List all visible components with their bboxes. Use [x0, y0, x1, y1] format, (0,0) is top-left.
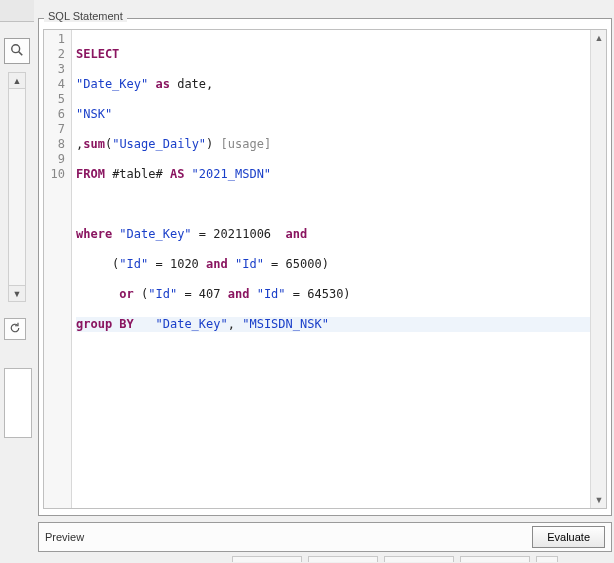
code-token: group — [76, 317, 112, 331]
left-secondary-box — [4, 368, 32, 438]
gutter-line: 4 — [44, 77, 71, 92]
scroll-up-icon[interactable]: ▲ — [9, 73, 25, 89]
bottom-button-row — [232, 556, 558, 562]
gutter-line: 6 — [44, 107, 71, 122]
code-token: ( — [134, 287, 148, 301]
code-token: "Date_Key" — [76, 77, 148, 91]
gutter-line: 10 — [44, 167, 71, 182]
code-token: #table# — [105, 167, 170, 181]
code-token: "NSK" — [76, 107, 112, 121]
bottom-button[interactable] — [384, 556, 454, 562]
code-token: ( — [76, 257, 119, 271]
code-token: date, — [170, 77, 213, 91]
sql-statement-panel: 1 2 3 4 5 6 7 8 9 10 SELECT "Date_Key" a… — [38, 18, 612, 516]
scroll-down-icon[interactable]: ▼ — [591, 492, 607, 508]
gutter-line: 8 — [44, 137, 71, 152]
bottom-button[interactable] — [460, 556, 530, 562]
code-token: "Id" — [148, 287, 177, 301]
code-token: and — [206, 257, 228, 271]
code-token: = 65000) — [264, 257, 329, 271]
left-header-strip — [0, 0, 34, 22]
scroll-down-icon[interactable]: ▼ — [9, 285, 25, 301]
evaluate-button[interactable]: Evaluate — [532, 526, 605, 548]
refresh-button[interactable] — [4, 318, 26, 340]
refresh-icon — [9, 322, 21, 337]
scroll-up-icon[interactable]: ▲ — [591, 30, 607, 46]
panel-title: SQL Statement — [44, 10, 127, 22]
code-token: BY — [112, 317, 134, 331]
code-area[interactable]: SELECT "Date_Key" as date, "NSK" ,sum("U… — [76, 32, 604, 362]
bottom-button[interactable] — [232, 556, 302, 562]
gutter-line: 3 — [44, 62, 71, 77]
code-token: or — [119, 287, 133, 301]
code-token: "Date_Key" — [156, 317, 228, 331]
code-token: "Usage_Daily" — [112, 137, 206, 151]
gutter-line: 2 — [44, 47, 71, 62]
code-token — [134, 317, 156, 331]
code-token: AS — [170, 167, 184, 181]
code-token: and — [228, 287, 250, 301]
svg-point-0 — [12, 44, 20, 52]
gutter-line: 1 — [44, 32, 71, 47]
svg-line-1 — [19, 51, 23, 55]
code-token: FROM — [76, 167, 105, 181]
code-token: , — [228, 317, 242, 331]
sql-editor[interactable]: 1 2 3 4 5 6 7 8 9 10 SELECT "Date_Key" a… — [43, 29, 607, 509]
code-token: "Id" — [228, 257, 264, 271]
code-token: "2021_MSDN" — [184, 167, 271, 181]
search-button[interactable] — [4, 38, 30, 64]
code-token: "Id" — [249, 287, 285, 301]
line-gutter: 1 2 3 4 5 6 7 8 9 10 — [44, 30, 72, 508]
code-token: = 407 — [177, 287, 228, 301]
code-token: "MSISDN_NSK" — [242, 317, 329, 331]
code-token: where — [76, 227, 112, 241]
editor-scrollbar[interactable]: ▲ ▼ — [590, 30, 606, 508]
evaluate-button-label: Evaluate — [547, 531, 590, 543]
code-token: = 64530) — [286, 287, 351, 301]
gutter-line: 5 — [44, 92, 71, 107]
code-token: = 20211006 — [192, 227, 286, 241]
code-token: "Date_Key" — [112, 227, 191, 241]
code-token: and — [286, 227, 308, 241]
left-scrollbar[interactable]: ▲ ▼ — [8, 72, 26, 302]
code-token — [76, 287, 119, 301]
bottom-button[interactable] — [308, 556, 378, 562]
gutter-line: 7 — [44, 122, 71, 137]
code-token: [usage] — [221, 137, 272, 151]
left-panel: ▲ ▼ — [0, 0, 34, 563]
code-token: SELECT — [76, 47, 119, 61]
code-token: = 1020 — [148, 257, 206, 271]
gutter-line: 9 — [44, 152, 71, 167]
code-token: as — [155, 77, 169, 91]
code-token: ) — [206, 137, 220, 151]
code-token: "Id" — [119, 257, 148, 271]
code-token: sum — [83, 137, 105, 151]
bottom-button[interactable] — [536, 556, 558, 562]
preview-label: Preview — [45, 531, 84, 543]
preview-bar: Preview Evaluate — [38, 522, 612, 552]
search-icon — [10, 43, 24, 60]
